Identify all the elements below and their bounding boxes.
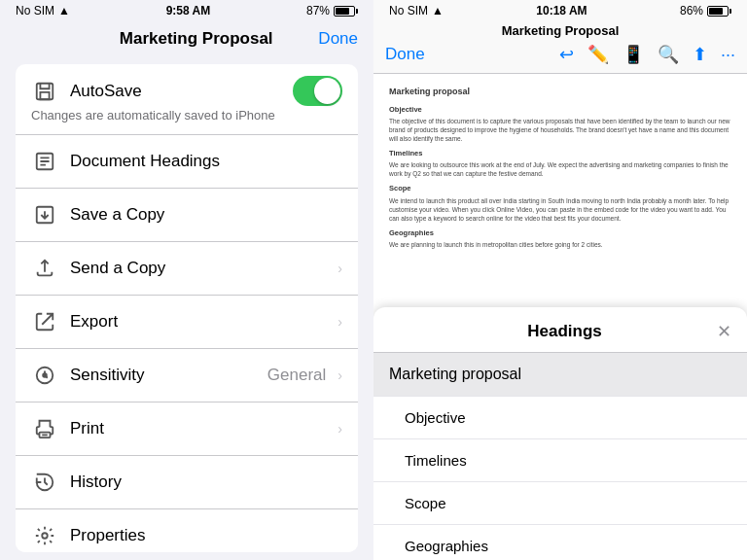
left-status-bar: No SIM ▲ 9:58 AM 87% — [0, 0, 374, 21]
print-chevron: › — [338, 421, 342, 437]
history-icon — [31, 469, 58, 496]
sensitivity-chevron: › — [338, 368, 342, 383]
battery-percent: 87% — [306, 4, 330, 18]
left-status-carrier: No SIM ▲ — [16, 4, 70, 18]
export-row[interactable]: Export › — [16, 296, 358, 349]
redo-icon[interactable]: ✏️ — [587, 44, 609, 65]
save-copy-label: Save a Copy — [70, 205, 342, 225]
sensitivity-label: Sensitivity — [70, 366, 256, 385]
doc-section-scope: Scope — [389, 183, 731, 193]
right-status-battery: 86% — [680, 4, 731, 18]
undo-icon[interactable]: ↩ — [559, 44, 574, 65]
left-status-battery: 87% — [306, 4, 358, 18]
right-carrier-text: No SIM — [389, 4, 428, 18]
document-headings-row[interactable]: Document Headings — [16, 135, 358, 189]
headings-close-button[interactable]: ✕ — [717, 321, 731, 342]
autosave-icon — [31, 78, 58, 105]
properties-row[interactable]: Properties — [16, 509, 358, 552]
sensitivity-value: General — [267, 366, 326, 385]
properties-icon — [31, 522, 58, 549]
print-label: Print — [70, 419, 326, 438]
right-nav-done-button[interactable]: Done — [385, 45, 425, 64]
right-battery-icon — [707, 6, 731, 17]
right-nav-title: Marketing Proposal — [374, 21, 747, 38]
battery-icon — [334, 6, 358, 17]
headings-title: Headings — [527, 322, 602, 341]
doc-section-timelines: Timelines — [389, 148, 731, 158]
layout-icon[interactable]: 📱 — [622, 44, 644, 65]
document-headings-label: Document Headings — [70, 152, 342, 171]
doc-body-scope: We intend to launch this product all ove… — [389, 196, 731, 223]
left-nav-done-button[interactable]: Done — [318, 29, 358, 49]
more-icon[interactable]: ··· — [721, 45, 735, 65]
send-copy-chevron: › — [338, 261, 342, 276]
right-status-bar: No SIM ▲ 10:18 AM 86% — [374, 0, 747, 21]
headings-list: Marketing proposal Objective Timelines S… — [374, 353, 747, 560]
left-nav-title: Marketing Proposal — [120, 29, 273, 49]
right-nav-icons: ↩ ✏️ 📱 🔍 ⬆ ··· — [559, 44, 735, 65]
autosave-subtitle: Changes are automatically saved to iPhon… — [31, 108, 342, 122]
autosave-label: AutoSave — [70, 82, 142, 101]
send-copy-label: Send a Copy — [70, 259, 326, 278]
heading-item-scope[interactable]: Scope — [374, 482, 747, 525]
doc-title: Marketing proposal — [389, 86, 731, 99]
save-copy-row[interactable]: Save a Copy — [16, 189, 358, 242]
carrier-text: No SIM — [16, 4, 54, 18]
send-copy-icon — [31, 255, 58, 282]
share-icon[interactable]: ⬆ — [693, 44, 707, 65]
heading-item-marketing[interactable]: Marketing proposal — [374, 353, 747, 397]
doc-section-geographies: Geographies — [389, 228, 731, 238]
right-panel: No SIM ▲ 10:18 AM 86% Marketing Proposal… — [374, 0, 747, 560]
right-nav-actions: Done ↩ ✏️ 📱 🔍 ⬆ ··· — [374, 38, 747, 73]
heading-item-timelines[interactable]: Timelines — [374, 439, 747, 482]
autosave-row: AutoSave Changes are automatically saved… — [16, 64, 358, 135]
right-wifi-icon: ▲ — [432, 4, 444, 18]
heading-item-objective[interactable]: Objective — [374, 397, 747, 439]
export-label: Export — [70, 312, 326, 332]
headings-panel: Headings ✕ Marketing proposal Objective … — [374, 307, 747, 560]
autosave-toggle[interactable] — [293, 76, 342, 106]
export-chevron: › — [338, 314, 342, 330]
search-icon[interactable]: 🔍 — [658, 44, 679, 65]
doc-content: Marketing proposal Objective The objecti… — [389, 86, 731, 249]
print-icon — [31, 415, 58, 442]
wifi-icon: ▲ — [58, 4, 70, 18]
doc-body-geographies: We are planning to launch this in metrop… — [389, 240, 731, 249]
properties-label: Properties — [70, 526, 342, 545]
right-battery-percent: 86% — [680, 4, 703, 18]
document-headings-icon — [31, 148, 58, 175]
svg-point-7 — [43, 373, 47, 377]
left-status-time: 9:58 AM — [166, 4, 211, 18]
sensitivity-icon — [31, 362, 58, 389]
doc-area: Marketing proposal Objective The objecti… — [374, 74, 747, 560]
doc-section-objective: Objective — [389, 104, 731, 115]
history-row[interactable]: History — [16, 456, 358, 509]
doc-body-timelines: We are looking to outsource this work at… — [389, 160, 731, 178]
history-label: History — [70, 472, 342, 492]
right-nav: Marketing Proposal Done ↩ ✏️ 📱 🔍 ⬆ ··· — [374, 21, 747, 74]
right-status-carrier: No SIM ▲ — [389, 4, 444, 18]
sensitivity-row[interactable]: Sensitivity General › — [16, 349, 358, 402]
send-copy-row[interactable]: Send a Copy › — [16, 242, 358, 296]
heading-item-geographies[interactable]: Geographies — [374, 525, 747, 560]
menu-list: AutoSave Changes are automatically saved… — [16, 64, 358, 552]
export-icon — [31, 308, 58, 335]
left-panel: No SIM ▲ 9:58 AM 87% Marketing Proposal … — [0, 0, 374, 560]
doc-body-objective: The objective of this document is to cap… — [389, 117, 731, 143]
print-row[interactable]: Print › — [16, 402, 358, 456]
headings-header: Headings ✕ — [374, 307, 747, 353]
right-status-time: 10:18 AM — [536, 4, 587, 18]
save-copy-icon — [31, 201, 58, 228]
left-nav-bar: Marketing Proposal Done — [0, 21, 374, 56]
svg-point-10 — [42, 533, 48, 539]
